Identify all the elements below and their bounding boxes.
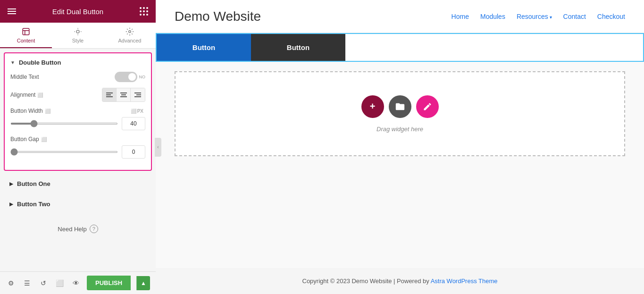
double-button-header[interactable]: ▼ Double Button — [10, 59, 145, 66]
tab-content[interactable]: Content — [0, 23, 52, 48]
svg-rect-15 — [134, 92, 141, 93]
unit-btn-width[interactable]: ⬜ PX — [131, 109, 143, 114]
dual-buttons: Button Button — [157, 34, 345, 61]
alignment-row: Alignment ⬜ — [10, 88, 145, 102]
button-one-header[interactable]: ▶ Button One — [4, 175, 152, 193]
collapse-handle[interactable]: ‹ — [155, 138, 161, 157]
button-gap-header: Button Gap ⬜ — [10, 136, 145, 143]
button-two-header[interactable]: ▶ Button Two — [4, 195, 152, 213]
button-gap-row: Button Gap ⬜ — [10, 136, 145, 159]
button-two-section: ▶ Button Two — [4, 195, 152, 213]
add-widget-button[interactable]: + — [361, 95, 384, 118]
button-width-row: Button Width ⬜ ⬜ PX — [10, 108, 145, 130]
responsive-icon[interactable]: ⬜ — [54, 277, 65, 290]
button-width-controls — [10, 117, 145, 130]
nav-resources: Resources — [517, 12, 552, 21]
button-gap-input[interactable] — [122, 145, 145, 159]
double-button-heading: Double Button — [19, 59, 61, 66]
monitor-icon-width: ⬜ — [45, 109, 50, 114]
tab-content-label: Content — [17, 38, 35, 43]
layers-icon[interactable]: ☰ — [22, 277, 32, 290]
nav-contact-link[interactable]: Contact — [563, 13, 586, 20]
library-button[interactable] — [389, 95, 411, 118]
monitor-icon-alignment: ⬜ — [37, 92, 43, 98]
panel-content: ▼ Double Button Middle Text NO Alignment… — [0, 49, 156, 271]
middle-text-row: Middle Text NO — [10, 72, 145, 82]
align-center-btn[interactable] — [117, 88, 131, 101]
svg-rect-16 — [136, 94, 141, 95]
tab-advanced-label: Advanced — [118, 38, 142, 43]
alignment-control — [53, 88, 145, 102]
button-one-chevron: ▶ — [9, 181, 13, 186]
btn-dark[interactable]: Button — [251, 34, 345, 61]
nav-checkout-link[interactable]: Checkout — [597, 13, 625, 20]
preview-icon[interactable]: 👁 — [71, 277, 81, 290]
site-title: Demo Website — [175, 9, 452, 24]
panel-header: Edit Dual Button — [0, 0, 156, 23]
button-two-label: Button Two — [17, 201, 50, 208]
help-icon: ? — [90, 225, 98, 233]
svg-rect-11 — [106, 96, 113, 97]
btn-blue[interactable]: Button — [157, 34, 251, 61]
button-width-label: Button Width ⬜ — [10, 108, 131, 114]
history-icon[interactable]: ↺ — [38, 277, 49, 290]
website-footer: Copyright © 2023 Demo Website | Powered … — [156, 268, 644, 294]
panel-title: Edit Dual Button — [52, 8, 103, 16]
middle-text-label: Middle Text — [10, 74, 53, 80]
button-gap-controls — [10, 145, 145, 159]
panel-tabs: Content Style Advanced — [0, 23, 156, 49]
button-gap-label: Button Gap ⬜ — [10, 136, 145, 143]
settings-icon[interactable]: ⚙ — [6, 277, 16, 290]
publish-button[interactable]: PUBLISH — [87, 276, 131, 290]
button-one-section: ▶ Button One — [4, 175, 152, 193]
align-left-btn[interactable] — [102, 88, 117, 101]
drop-text: Drag widget here — [376, 126, 423, 133]
drop-actions: + — [361, 95, 439, 118]
button-width-header: Button Width ⬜ ⬜ PX — [10, 108, 145, 114]
footer-link[interactable]: Astra WordPress Theme — [431, 277, 498, 285]
nav-contact: Contact — [563, 12, 586, 21]
left-panel: Edit Dual Button Content Style — [0, 0, 156, 294]
footer-text: Copyright © 2023 Demo Website | Powered … — [302, 277, 431, 285]
main-content: Button Button + Drag widget here — [156, 33, 644, 268]
svg-rect-12 — [120, 92, 127, 93]
alignment-label: Alignment ⬜ — [10, 92, 53, 98]
tab-style-label: Style — [72, 38, 84, 43]
hamburger-icon[interactable] — [8, 8, 16, 14]
alignment-buttons — [102, 88, 145, 102]
button-gap-slider[interactable] — [10, 151, 118, 153]
svg-rect-14 — [120, 96, 127, 97]
tab-advanced[interactable]: Advanced — [104, 23, 156, 48]
align-right-btn[interactable] — [131, 88, 145, 101]
nav-home: Home — [452, 12, 469, 21]
svg-point-8 — [129, 31, 131, 33]
nav-menu: Home Modules Resources Contact Checkout — [452, 12, 625, 21]
svg-point-3 — [76, 30, 79, 33]
publish-arrow-button[interactable]: ▲ — [136, 276, 150, 290]
tab-style[interactable]: Style — [52, 23, 104, 48]
monitor-icon-gap: ⬜ — [41, 137, 47, 142]
nav-resources-link[interactable]: Resources — [517, 13, 552, 20]
button-width-input[interactable] — [122, 117, 145, 130]
grid-icon[interactable] — [140, 7, 148, 16]
nav-checkout: Checkout — [597, 12, 625, 21]
drop-zone: + Drag widget here — [175, 71, 625, 156]
edit-widget-button[interactable] — [416, 95, 439, 118]
right-panel: Demo Website Home Modules Resources Cont… — [156, 0, 644, 294]
svg-rect-9 — [106, 92, 113, 93]
nav-modules-link[interactable]: Modules — [480, 13, 505, 20]
collapse-icon: ▼ — [10, 60, 15, 65]
help-text[interactable]: Need Help ? — [8, 225, 148, 233]
bottom-toolbar: ⚙ ☰ ↺ ⬜ 👁 PUBLISH ▲ — [0, 271, 156, 294]
nav-modules: Modules — [480, 12, 505, 21]
nav-home-link[interactable]: Home — [452, 13, 469, 20]
svg-rect-13 — [121, 94, 126, 95]
middle-text-toggle[interactable] — [115, 72, 137, 82]
svg-rect-10 — [106, 94, 111, 95]
svg-rect-17 — [134, 96, 141, 97]
middle-text-control: NO — [53, 72, 145, 82]
help-section: Need Help ? — [0, 217, 156, 241]
button-one-label: Button One — [17, 180, 50, 187]
button-width-slider[interactable] — [10, 123, 118, 125]
dual-button-section: Button Button — [156, 33, 644, 62]
